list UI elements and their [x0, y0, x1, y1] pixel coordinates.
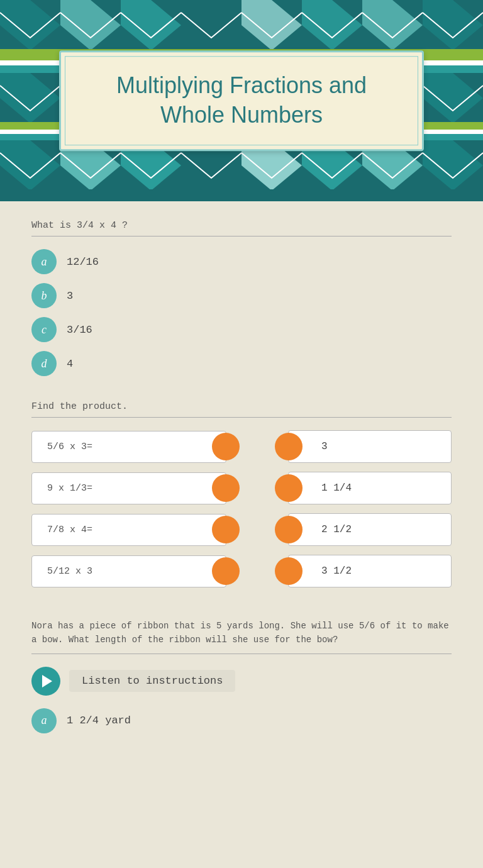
connector-circle-2-right — [212, 474, 240, 502]
matching-row-3: 7/8 x 4= 2 1/2 — [31, 513, 452, 546]
matching-section: 5/6 x 3= 3 9 x 1/3= 1 1/4 — [31, 430, 452, 587]
listen-button[interactable]: Listen to instructions — [31, 667, 452, 696]
connector-circle-2-left — [275, 474, 303, 502]
connector-circle-4-right — [212, 557, 240, 585]
svg-marker-2 — [121, 0, 181, 50]
question-3-divider — [31, 654, 452, 654]
problem-2-label: 9 x 1/3= — [47, 483, 92, 494]
svg-rect-31 — [0, 189, 483, 201]
connector-circle-1-right — [212, 433, 240, 460]
svg-marker-0 — [0, 0, 60, 50]
option-b[interactable]: b 3 — [31, 283, 452, 308]
svg-marker-6 — [362, 0, 423, 50]
option-b-text: 3 — [67, 290, 73, 302]
question-1-divider — [31, 236, 452, 236]
connector-circle-1-left — [275, 433, 303, 460]
svg-marker-30 — [423, 140, 483, 191]
svg-marker-5 — [302, 0, 362, 50]
problem-1-label: 5/6 x 3= — [47, 442, 92, 452]
listen-label: Listen to instructions — [69, 670, 235, 692]
svg-marker-7 — [423, 0, 483, 50]
question-1-prompt: What is 3/4 x 4 ? — [31, 220, 452, 231]
connector-circle-3-left — [275, 516, 303, 543]
title-card: Multiplying Fractions and Whole Numbers — [59, 50, 424, 151]
problem-3-label: 7/8 x 4= — [47, 525, 92, 535]
question-2-divider — [31, 417, 452, 418]
word-option-a-text: 1 2/4 yard — [67, 715, 131, 726]
matching-row-2: 9 x 1/3= 1 1/4 — [31, 472, 452, 504]
option-a-text: 12/16 — [67, 256, 99, 268]
header-section: Multiplying Fractions and Whole Numbers — [0, 0, 483, 201]
answer-4-label: 3 1/2 — [321, 565, 352, 577]
problem-box-2[interactable]: 9 x 1/3= — [31, 472, 226, 504]
connector-circle-4-left — [275, 557, 303, 585]
option-c[interactable]: c 3/16 — [31, 317, 452, 342]
problem-4-label: 5/12 x 3 — [47, 566, 92, 577]
answer-2-label: 1 1/4 — [321, 482, 352, 494]
option-d-badge: d — [31, 351, 57, 376]
option-d-text: 4 — [67, 358, 73, 370]
question-3: Nora has a piece of ribbon that is 5 yar… — [31, 619, 452, 733]
option-a[interactable]: a 12/16 — [31, 249, 452, 274]
word-option-a-badge: a — [31, 708, 57, 733]
problem-box-1[interactable]: 5/6 x 3= — [31, 431, 226, 463]
question-2: Find the product. 5/6 x 3= 3 9 x 1/3= — [31, 401, 452, 587]
answer-1-label: 3 — [321, 441, 328, 452]
question-2-prompt: Find the product. — [31, 401, 452, 412]
matching-row-1: 5/6 x 3= 3 — [31, 430, 452, 463]
problem-box-3[interactable]: 7/8 x 4= — [31, 514, 226, 546]
option-d[interactable]: d 4 — [31, 351, 452, 376]
answer-box-1[interactable]: 3 — [288, 430, 452, 463]
question-1: What is 3/4 x 4 ? a 12/16 b 3 c 3/16 d 4 — [31, 220, 452, 376]
svg-marker-4 — [242, 0, 302, 50]
problem-box-4[interactable]: 5/12 x 3 — [31, 555, 226, 587]
option-b-badge: b — [31, 283, 57, 308]
play-icon — [31, 667, 60, 696]
word-problem-option-a[interactable]: a 1 2/4 yard — [31, 708, 452, 733]
main-content: What is 3/4 x 4 ? a 12/16 b 3 c 3/16 d 4 — [0, 201, 483, 868]
option-a-badge: a — [31, 249, 57, 274]
answer-box-4[interactable]: 3 1/2 — [288, 555, 452, 587]
answer-box-3[interactable]: 2 1/2 — [288, 513, 452, 546]
answer-3-label: 2 1/2 — [321, 524, 352, 535]
option-c-badge: c — [31, 317, 57, 342]
page-title: Multiplying Fractions and Whole Numbers — [99, 71, 384, 130]
word-problem-text: Nora has a piece of ribbon that is 5 yar… — [31, 619, 452, 647]
matching-row-4: 5/12 x 3 3 1/2 — [31, 555, 452, 587]
option-c-text: 3/16 — [67, 324, 92, 336]
play-triangle-icon — [42, 675, 52, 687]
svg-marker-23 — [0, 140, 60, 191]
svg-marker-3 — [181, 0, 242, 50]
svg-marker-19 — [423, 73, 483, 123]
svg-marker-1 — [60, 0, 121, 50]
connector-circle-3-right — [212, 516, 240, 543]
answer-box-2[interactable]: 1 1/4 — [288, 472, 452, 504]
svg-marker-12 — [0, 73, 60, 123]
